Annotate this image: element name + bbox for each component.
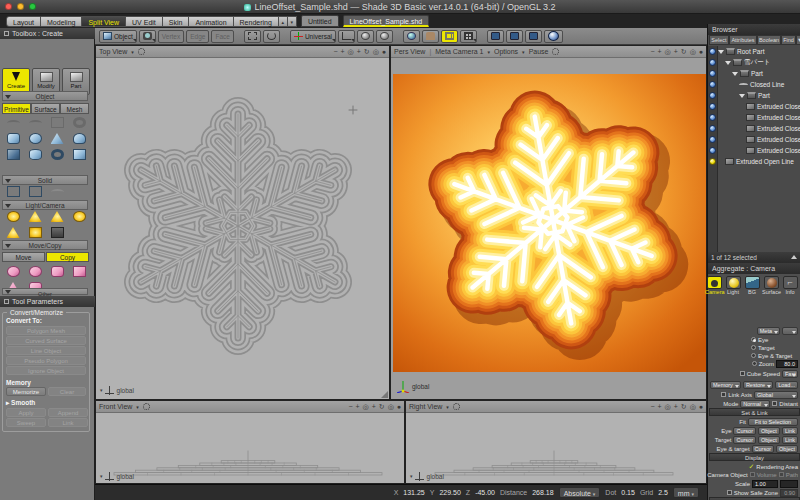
ignore-object-button[interactable]: Ignore Object xyxy=(6,366,86,375)
viewport-right[interactable]: Right View▾ −+◎+↻◎● ▾global xyxy=(405,400,707,484)
line-object-button[interactable]: Line Object xyxy=(6,346,86,355)
workspace-tab-skin[interactable]: Skin xyxy=(163,16,190,27)
viewport-front[interactable]: Front View▾ −+◎+↻◎● ▾global xyxy=(95,400,405,484)
tree-row-extruded-closed[interactable]: Extruded Closed xyxy=(718,123,800,134)
zoom-field[interactable]: 80.0 xyxy=(776,360,798,368)
visibility-toggle[interactable] xyxy=(709,158,716,165)
zoom-in-icon[interactable]: + xyxy=(355,403,359,410)
rendering-area-check-icon[interactable]: ✓ xyxy=(748,463,754,470)
workspace-tab-modeling[interactable]: Modeling xyxy=(41,16,82,27)
manipulator-settings-button[interactable] xyxy=(338,30,355,43)
workspace-tab-split-view[interactable]: Split View xyxy=(82,16,126,27)
torus-icon[interactable] xyxy=(47,147,67,162)
tab-mesh[interactable]: Mesh xyxy=(60,103,89,114)
tree-row-extruded-closed[interactable]: Extruded Closed xyxy=(718,101,800,112)
camera-tool-button[interactable] xyxy=(139,30,156,43)
sphere-icon[interactable] xyxy=(25,131,45,146)
eye-object-button[interactable]: Object xyxy=(758,427,780,435)
move-copy-section-header[interactable]: Move/Copy xyxy=(2,240,88,250)
eye-target-radio[interactable] xyxy=(751,353,756,358)
arc-icon[interactable] xyxy=(25,115,45,130)
visibility-toggle[interactable] xyxy=(709,92,716,99)
target-link-button[interactable]: Link xyxy=(782,436,798,444)
light-category-button[interactable]: Light xyxy=(724,276,742,295)
tab-surface[interactable]: Surface xyxy=(31,103,60,114)
meta-sub-dropdown[interactable] xyxy=(782,327,798,335)
workspace-next-button[interactable]: ▾ xyxy=(288,16,297,27)
magnify-icon[interactable]: ◎ xyxy=(388,403,394,411)
tab-primitive[interactable]: Primitive xyxy=(2,103,31,114)
pseudo-polygon-button[interactable]: Pseudo Polygon xyxy=(6,356,86,365)
tree-row-closed-line[interactable]: Closed Line xyxy=(718,79,800,90)
cylinder-icon[interactable] xyxy=(25,147,45,162)
zoom-lens-icon[interactable]: ◎ xyxy=(363,403,369,411)
pan-icon[interactable]: + xyxy=(674,48,678,55)
zoom-in-icon[interactable]: + xyxy=(657,403,661,410)
tree-row-extruded-closed[interactable]: Extruded Closed xyxy=(718,112,800,123)
magnify-icon[interactable]: ◎ xyxy=(690,403,696,411)
tree-row-extruded-closed[interactable]: Extruded Closed xyxy=(718,145,800,156)
universal-manipulator-button[interactable]: Universal xyxy=(290,30,336,43)
scale-field[interactable]: 1.00 xyxy=(752,480,778,488)
restore-button[interactable]: Restore xyxy=(743,381,773,389)
link-button[interactable]: Link xyxy=(48,418,88,427)
scale-field-2[interactable] xyxy=(780,480,798,488)
other-section-header[interactable]: Other xyxy=(2,288,88,295)
coordinate-mode-dropdown[interactable]: Absolute ▾ xyxy=(559,487,601,498)
navigation-globe-button[interactable] xyxy=(403,30,420,43)
visibility-toggle[interactable] xyxy=(709,136,716,143)
tree-row-extruded-open-line[interactable]: Extruded Open Line xyxy=(718,156,800,167)
circle-line-icon[interactable] xyxy=(69,115,89,130)
solid-sweep-icon[interactable] xyxy=(47,184,67,199)
monitor-view-2-button[interactable] xyxy=(506,30,523,43)
visibility-toggle[interactable] xyxy=(709,59,716,66)
front-view-canvas[interactable] xyxy=(96,413,404,483)
tree-row-part[interactable]: Part xyxy=(718,90,800,101)
gear-icon[interactable] xyxy=(138,48,145,55)
filter-funnel-icon[interactable]: ▼ xyxy=(796,35,800,45)
expand-arrow-icon[interactable] xyxy=(725,61,731,65)
collapse-arrow-icon[interactable] xyxy=(791,255,797,259)
visibility-toggle[interactable] xyxy=(709,114,716,121)
spreadsheet-view-button[interactable] xyxy=(460,30,477,43)
mode-dropdown[interactable]: Normal xyxy=(740,400,770,408)
zoom-in-icon[interactable]: + xyxy=(340,48,344,55)
tree-row-root-part[interactable]: Root Part xyxy=(718,46,800,57)
target-cursor-button[interactable]: Cursor xyxy=(733,436,756,444)
memorize-button[interactable]: Memorize xyxy=(6,387,46,396)
gear-icon[interactable] xyxy=(143,403,150,410)
workspace-tab-uv-edit[interactable]: UV Edit xyxy=(126,16,163,27)
link-axis-checkbox[interactable] xyxy=(721,392,726,397)
expand-arrow-icon[interactable] xyxy=(718,50,724,54)
rect-line-icon[interactable] xyxy=(47,115,67,130)
surface-category-button[interactable]: Surface xyxy=(762,276,780,295)
rotate-icon[interactable]: ↻ xyxy=(681,403,687,411)
rotate-icon[interactable]: ↻ xyxy=(681,48,687,56)
clear-button[interactable]: Clear xyxy=(48,387,86,396)
top-view-canvas[interactable] xyxy=(96,58,389,399)
curved-surface-button[interactable]: Curved Surface xyxy=(6,336,86,345)
sweep-button[interactable]: Sweep xyxy=(6,418,46,427)
front-view-title[interactable]: Front View xyxy=(99,403,132,410)
safe-zone-field[interactable]: 0.90 xyxy=(780,489,798,497)
zoom-lens-icon[interactable]: ◎ xyxy=(348,48,354,56)
top-view-title[interactable]: Top View xyxy=(99,48,127,55)
pers-camera-select[interactable]: Meta Camera 1 xyxy=(435,48,483,55)
tree-row-extruded-closed[interactable]: Extruded Closed xyxy=(718,134,800,145)
tree-row-part[interactable]: Part xyxy=(718,68,800,79)
cube-speed-checkbox[interactable] xyxy=(740,371,745,376)
link-axis-dropdown[interactable]: Global xyxy=(754,391,798,399)
box-icon[interactable] xyxy=(3,147,23,162)
pers-view-title[interactable]: Pers View xyxy=(394,48,425,55)
smooth-label[interactable]: ▸ Smooth xyxy=(6,399,35,407)
visibility-toggle[interactable] xyxy=(709,147,716,154)
rotate-icon[interactable]: ↻ xyxy=(364,48,370,56)
render-preview-button[interactable] xyxy=(544,30,563,43)
document-tab-lineoffset-sample-shd[interactable]: LineOffset_Sample.shd xyxy=(343,15,430,27)
bg-category-button[interactable]: BG xyxy=(743,276,761,295)
apply-button[interactable]: Apply xyxy=(6,408,46,417)
document-tab-untitled[interactable]: Untitled xyxy=(301,15,339,27)
eye-target-object-button[interactable]: Object xyxy=(776,445,798,453)
roll-icon[interactable]: ● xyxy=(699,403,703,410)
path-checkbox[interactable] xyxy=(779,472,784,477)
